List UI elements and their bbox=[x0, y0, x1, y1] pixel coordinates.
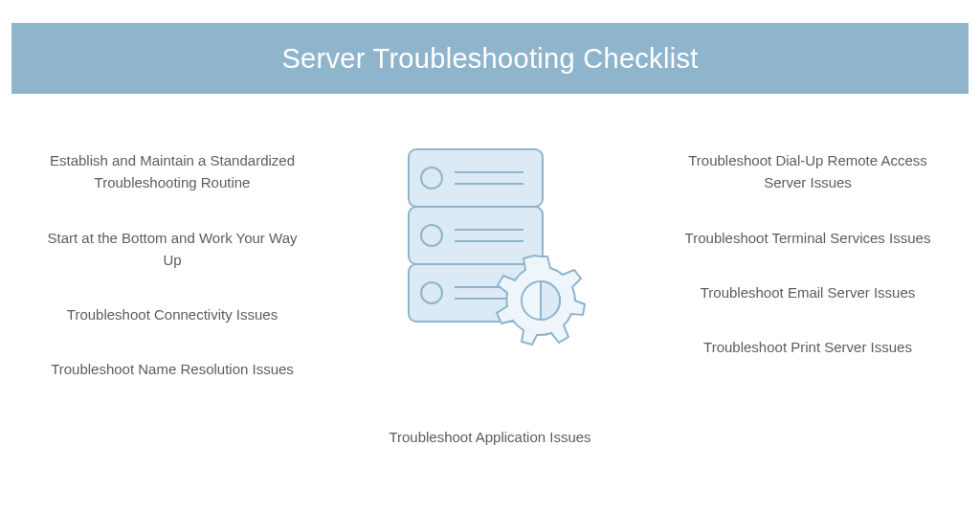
svg-rect-0 bbox=[409, 149, 543, 207]
svg-rect-1 bbox=[409, 207, 543, 264]
checklist-item: Troubleshoot Application Issues bbox=[0, 429, 980, 445]
checklist-item: Start at the Bottom and Work Your Way Up bbox=[43, 227, 301, 272]
server-gear-icon bbox=[380, 136, 600, 356]
checklist-item: Troubleshoot Terminal Services Issues bbox=[685, 227, 931, 249]
checklist-item: Troubleshoot Email Server Issues bbox=[701, 281, 916, 303]
title-banner: Server Troubleshooting Checklist bbox=[11, 23, 969, 94]
checklist-item: Troubleshoot Dial-Up Remote Access Serve… bbox=[679, 149, 937, 194]
diagram-body: Establish and Maintain a Standardized Tr… bbox=[0, 142, 980, 505]
checklist-item: Troubleshoot Print Server Issues bbox=[703, 336, 912, 358]
page-title: Server Troubleshooting Checklist bbox=[281, 43, 698, 75]
checklist-item: Troubleshoot Name Resolution Issues bbox=[51, 358, 294, 380]
checklist-item: Troubleshoot Connectivity Issues bbox=[67, 303, 278, 325]
left-column: Establish and Maintain a Standardized Tr… bbox=[29, 149, 316, 413]
checklist-item: Establish and Maintain a Standardized Tr… bbox=[43, 149, 301, 194]
right-column: Troubleshoot Dial-Up Remote Access Serve… bbox=[664, 149, 951, 390]
